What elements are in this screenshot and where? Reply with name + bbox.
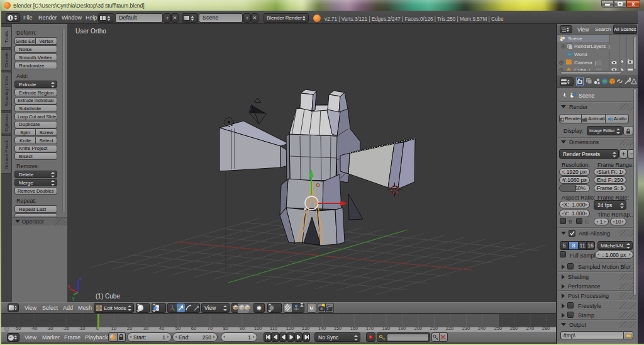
svg-text:160: 160: [350, 325, 358, 331]
svg-text:250: 250: [494, 325, 502, 331]
svg-text:(1) Cube: (1) Cube: [96, 293, 120, 300]
svg-text:70: 70: [208, 325, 213, 331]
svg-text:120: 120: [286, 325, 294, 331]
svg-text:90: 90: [240, 325, 245, 331]
svg-text:y: y: [72, 296, 75, 301]
svg-text:-50: -50: [14, 325, 21, 331]
svg-text:190: 190: [398, 325, 406, 331]
svg-text:260: 260: [510, 325, 518, 331]
svg-text:170: 170: [366, 325, 374, 331]
svg-text:200: 200: [414, 325, 423, 331]
svg-text:x: x: [68, 284, 70, 288]
svg-text:z: z: [79, 276, 82, 281]
svg-text:220: 220: [446, 325, 454, 331]
svg-text:100: 100: [254, 325, 262, 331]
svg-text:50: 50: [175, 325, 180, 331]
svg-text:110: 110: [270, 325, 277, 331]
svg-text:40: 40: [159, 325, 164, 331]
svg-text:140: 140: [318, 325, 326, 331]
svg-text:10: 10: [111, 325, 116, 331]
svg-text:230: 230: [462, 325, 470, 331]
svg-text:130: 130: [302, 325, 310, 331]
svg-text:280: 280: [542, 325, 550, 331]
svg-text:150: 150: [334, 325, 342, 331]
svg-text:-30: -30: [47, 325, 53, 331]
svg-text:180: 180: [382, 325, 391, 331]
svg-text:20: 20: [127, 325, 132, 331]
svg-text:80: 80: [223, 325, 228, 331]
svg-text:-20: -20: [63, 325, 70, 331]
svg-text:-10: -10: [79, 325, 86, 331]
svg-text:User Ortho: User Ortho: [75, 28, 106, 35]
svg-text:210: 210: [430, 325, 438, 331]
svg-text:60: 60: [191, 325, 196, 331]
svg-text:240: 240: [478, 325, 486, 331]
svg-text:270: 270: [526, 325, 535, 331]
svg-text:-40: -40: [31, 325, 38, 331]
svg-text:30: 30: [143, 325, 148, 331]
